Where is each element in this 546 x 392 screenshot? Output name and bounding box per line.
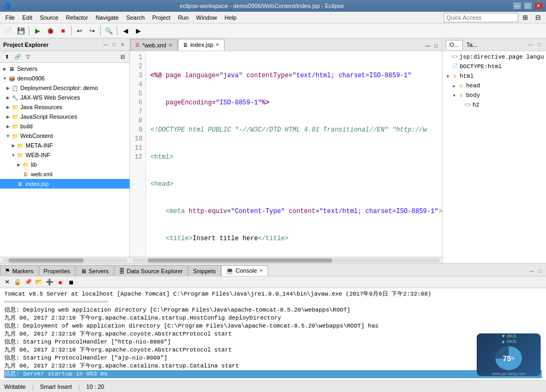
webxml-tab-close[interactable]: ✕ [168,43,173,48]
console-line-5: 信息: Starting ProtocolHandler ["http-nio-… [4,338,542,346]
minimize-panel-button[interactable]: — [102,41,109,48]
tab-servers[interactable]: 🖥 Servers [76,265,114,276]
open-console-button[interactable]: 📂 [34,277,44,287]
menu-source[interactable]: Source [37,13,62,22]
rt-item-head[interactable]: ▶ ◇ head [443,81,546,91]
editor-minimize-button[interactable]: — [424,42,431,50]
redo-button[interactable]: ↪ [86,25,98,37]
minimize-right-panel[interactable]: — [527,41,534,48]
maximize-button[interactable]: □ [524,2,532,10]
menu-edit[interactable]: Edit [19,13,36,22]
open-perspective-button[interactable]: ⊟ [532,12,544,23]
editor-scrollbar[interactable] [130,257,442,263]
speed-indicator: ▼ 0K/s ▲ 0K/s [501,333,517,344]
left-hscroll[interactable] [2,258,127,263]
tab-indexjsp[interactable]: 🗎 index.jsp ✕ [178,39,224,51]
next-edit-button[interactable]: ▶ [132,25,144,37]
tree-item-deployment[interactable]: ▶ 📋 Deployment Descriptor: demo [0,83,130,93]
outline-tree: <> jsp:directive.page langu 📄 DOCTYPE:ht… [443,51,546,263]
tree-item-indexjsp[interactable]: ▶ 🗎 index.jsp [0,179,130,189]
bottom-panel: ⚑ Markers Properties 🖥 Servers 🗄 Data So… [0,263,546,380]
code-editor[interactable]: 1 2 3 4 5 6 7 8 9 10 11 12 [130,51,442,257]
tree-item-webinf[interactable]: ▼ 📁 WEB-INF [0,150,130,160]
console-line-toolbar-icons: ════════════════════════════════════ [4,298,542,306]
tab-tasks[interactable]: Ta... [463,40,481,50]
code-content: 1 2 3 4 5 6 7 8 9 10 11 12 [130,51,442,257]
tree-item-lib[interactable]: ▶ 📁 lib [0,160,130,169]
rt-item-body[interactable]: ▼ ◇ body [443,91,546,100]
pin-console-button[interactable]: 📌 [23,277,33,287]
tab-console[interactable]: 💻 Console ✕ [221,265,268,276]
directive-icon: <> [451,54,459,60]
tab-markers[interactable]: ⚑ Markers [0,265,38,276]
code-line-5: <head> [150,180,442,189]
stop-button[interactable]: ■ [57,25,69,37]
tree-item-demo0906[interactable]: ▼ 📦 demo0906 [0,74,130,83]
search-global-button[interactable]: 🔍 [103,25,115,37]
new-button[interactable]: 📄 [2,25,14,37]
debug-button[interactable]: 🐞 [44,25,56,37]
rt-item-directive[interactable]: <> jsp:directive.page langu [443,52,546,62]
close-button[interactable]: ✕ [534,2,543,10]
tree-arrow-metainf: ▶ [11,143,16,148]
quick-access-input[interactable] [444,13,518,22]
left-panel-scrollbar[interactable] [0,257,130,263]
clear-console-button[interactable]: ✕ [2,277,12,287]
jaxws-icon: 🔧 [11,93,19,102]
rt-item-h2[interactable]: <> h2 [443,100,546,110]
maximize-right-panel[interactable]: □ [535,41,543,48]
tab-properties[interactable]: Properties [39,265,75,276]
metainf-icon: 📁 [16,141,25,150]
scroll-lock-button[interactable]: 🔒 [13,277,22,287]
filter-button[interactable]: ⊟ [118,52,127,62]
code-text[interactable]: <%@ page language="java" contentType="te… [146,51,442,257]
tree-item-jaxws[interactable]: ▶ 🔧 JAX-WS Web Services [0,93,130,102]
menu-search[interactable]: Search [123,13,148,22]
menu-file[interactable]: File [2,13,18,22]
prev-edit-button[interactable]: ◀ [119,25,131,37]
console-tab-close[interactable]: ✕ [259,268,263,273]
tree-item-java-resources[interactable]: ▶ 📁 Java Resources [0,102,130,112]
editor-tab-controls: — □ [422,41,442,51]
disconnect-button[interactable]: ⏹ [66,277,76,287]
new-console-button[interactable]: ➕ [45,277,54,287]
menu-navigate[interactable]: Navigate [92,13,122,22]
tree-item-webxml[interactable]: ▶ 🗎 web.xml [0,169,130,179]
tree-item-metainf[interactable]: ▶ 📁 META-INF [0,141,130,150]
tab-snippets[interactable]: Snippets [188,265,221,276]
perspective-button[interactable]: ⊞ [519,12,531,23]
menu-refactor[interactable]: Refactor [63,13,92,22]
rt-item-doctype[interactable]: 📄 DOCTYPE:html [443,62,546,71]
minimize-bottom-panel[interactable]: — [528,267,535,275]
undo-button[interactable]: ↩ [74,25,85,37]
code-line-2: pageEncoding="ISO-8859-1"%> [150,99,442,108]
tab-datasource[interactable]: 🗄 Data Source Explorer [114,265,188,276]
percent-sign: % [511,356,515,361]
rt-label-directive: jsp:directive.page langu [460,54,544,60]
editor-hscroll[interactable] [132,258,440,263]
menu-project[interactable]: Project [149,13,173,22]
rt-item-html[interactable]: ▼ ◇ html [443,71,546,81]
view-menu-button[interactable]: ▽ [23,52,33,62]
tree-item-servers[interactable]: ▶ 🖥 Servers [0,64,130,74]
save-button[interactable]: 💾 [15,25,27,37]
tree-item-webcontent[interactable]: ▼ 📁 WebContent [0,131,130,141]
indexjsp-tab-close[interactable]: ✕ [215,42,220,47]
rt-arrow-html: ▼ [445,74,451,79]
close-panel-button[interactable]: ✕ [119,41,126,48]
link-editor-button[interactable]: 🔗 [13,52,22,62]
collapse-all-button[interactable]: ⬆ [2,52,12,62]
minimize-button[interactable]: — [513,2,521,10]
tab-webxml[interactable]: 🗎 *web.xml ✕ [130,39,178,51]
tab-outline[interactable]: O... [446,40,463,50]
tree-item-js-resources[interactable]: ▶ 📁 JavaScript Resources [0,112,130,121]
maximize-panel-button[interactable]: □ [110,41,118,48]
menu-window[interactable]: Window [193,13,220,22]
menu-run[interactable]: Run [175,13,192,22]
run-button[interactable]: ▶ [31,25,43,37]
tree-item-build[interactable]: ▶ 📁 build [0,121,130,131]
terminate-button[interactable]: ■ [55,277,65,287]
editor-maximize-button[interactable]: □ [432,42,440,50]
menu-help[interactable]: Help [221,13,240,22]
maximize-bottom-panel[interactable]: □ [536,267,544,275]
